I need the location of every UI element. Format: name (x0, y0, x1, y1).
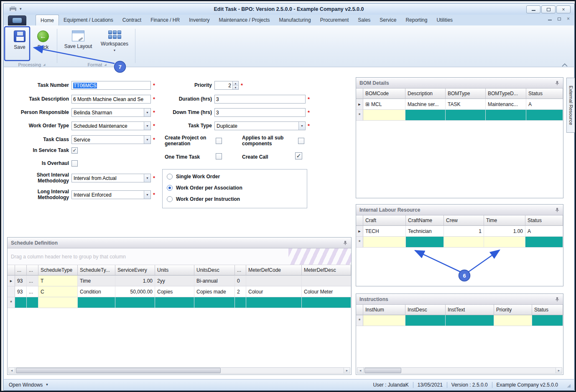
new-row-cell[interactable] (446, 110, 486, 121)
person-responsible-dropdown[interactable]: Belinda Sharman▼ (71, 108, 151, 117)
grid-cell[interactable]: 50,000.00 (115, 286, 155, 297)
new-row-cell[interactable] (15, 297, 27, 308)
grid-cell[interactable]: A (526, 99, 563, 110)
new-row-cell[interactable] (486, 110, 526, 121)
ellipsis-button[interactable]: ... (27, 276, 38, 286)
pin-icon[interactable] (555, 297, 560, 302)
grid-cell[interactable]: Copies made (194, 286, 235, 297)
down-time-input[interactable]: 3 (214, 108, 306, 117)
scroll-right-icon[interactable]: ► (556, 368, 562, 373)
mdi-restore-icon[interactable] (558, 18, 561, 20)
chevron-down-icon[interactable]: ▼ (144, 174, 150, 182)
new-row-cell[interactable] (78, 297, 115, 308)
pin-icon[interactable] (555, 207, 560, 212)
grid-cell[interactable]: 2 (235, 286, 246, 297)
column-header[interactable]: Description (405, 89, 446, 99)
grid-cell[interactable]: ⊞MCL (363, 99, 405, 110)
in-service-task-checkbox[interactable]: ✓ (71, 147, 78, 154)
duration-input[interactable]: 3 (214, 95, 306, 104)
collapse-ribbon-icon[interactable] (561, 63, 568, 67)
work-order-type-dropdown[interactable]: Scheduled Maintenance▼ (71, 121, 151, 130)
column-header[interactable]: MeterDefCode (246, 265, 302, 276)
workspaces-button[interactable]: Workspaces ▼ (97, 28, 132, 52)
ribbon-tab-manufacturing[interactable]: Manufacturing (275, 15, 316, 25)
new-row-cell[interactable] (155, 297, 194, 308)
grid-cell[interactable]: Colour Meter (302, 286, 351, 297)
create-project-checkbox[interactable] (216, 138, 222, 144)
new-row-cell[interactable] (405, 110, 446, 121)
grid-cell[interactable]: Maintenanc... (486, 99, 526, 110)
group-by-area[interactable]: Drag a column header here to group by th… (8, 248, 351, 265)
ribbon-tab-contract[interactable]: Contract (118, 15, 146, 25)
column-header[interactable]: ... (27, 265, 38, 276)
dialog-launcher-icon[interactable]: ◢ (104, 63, 106, 66)
task-description-input[interactable]: 6 Month Machine Clean and Se (71, 95, 151, 104)
radio-work-order-per-instruction[interactable]: Work Order per Instruction (167, 196, 240, 202)
new-row-cell[interactable] (525, 237, 563, 248)
ribbon-tab-maintenance-projects[interactable]: Maintenance / Projects (214, 15, 275, 25)
mdi-close-icon[interactable]: × (567, 16, 570, 21)
scroll-left-icon[interactable]: ◄ (9, 368, 15, 373)
grid-cell[interactable]: Machine ser... (405, 99, 446, 110)
mdi-minimize-icon[interactable] (548, 18, 552, 20)
column-header[interactable]: UnitsDesc (194, 265, 235, 276)
column-header[interactable]: ... (235, 265, 246, 276)
grid-cell[interactable]: Time (78, 276, 115, 286)
new-row[interactable]: * (8, 297, 351, 308)
new-row-cell[interactable] (444, 237, 484, 248)
task-class-dropdown[interactable]: Service▼ (71, 135, 151, 144)
grid-cell[interactable]: Technician (406, 226, 444, 237)
new-row-cell[interactable] (27, 297, 38, 308)
pin-icon[interactable] (343, 240, 348, 245)
column-header[interactable]: BOMType (446, 89, 486, 99)
new-row-cell[interactable] (235, 297, 246, 308)
new-row[interactable]: * (356, 237, 563, 248)
table-row[interactable]: 93 ... C Condition 50,000.00 Copies Copi… (8, 286, 351, 297)
new-row-cell[interactable] (406, 237, 444, 248)
new-row-cell[interactable] (526, 110, 563, 121)
expand-icon[interactable]: ⊞ (365, 101, 370, 107)
applies-sub-checkbox[interactable] (298, 138, 304, 144)
chevron-down-icon[interactable]: ▼ (298, 122, 305, 130)
ribbon-tab-equipment-locations[interactable]: Equipment / Locations (59, 15, 118, 25)
horizontal-scrollbar[interactable]: ◄ ► (357, 367, 562, 374)
dialog-launcher-icon[interactable]: ◢ (43, 63, 45, 66)
grid-cell[interactable]: 0 (235, 276, 246, 286)
scroll-right-icon[interactable]: ► (344, 368, 350, 373)
radio-single-work-order[interactable]: Single Work Order (167, 174, 220, 180)
grid-cell[interactable]: A (525, 226, 563, 237)
grid-cell[interactable]: 93 (15, 286, 27, 297)
is-overhaul-checkbox[interactable] (71, 160, 78, 167)
table-row[interactable]: ► 93 ... T Time 1.00 2yy Bi-annual 0 (8, 276, 351, 286)
ribbon-tab-procurement[interactable]: Procurement (316, 15, 354, 25)
column-header[interactable]: CraftName (406, 215, 444, 226)
short-interval-dropdown[interactable]: Interval from Actual▼ (71, 174, 151, 182)
grid-cell[interactable]: Condition (78, 286, 115, 297)
column-header[interactable]: ScheduleTy... (78, 265, 115, 276)
column-header[interactable]: ... (15, 265, 27, 276)
new-row-cell[interactable] (532, 315, 563, 326)
grid-cell[interactable]: Copies (155, 286, 194, 297)
column-header[interactable]: Units (155, 265, 194, 276)
column-header[interactable]: Status (532, 305, 563, 315)
create-call-checkbox[interactable]: ✓ (295, 152, 302, 159)
ribbon-tab-reporting[interactable]: Reporting (401, 15, 432, 25)
column-header[interactable]: ScheduleType (38, 265, 78, 276)
priority-spinner[interactable]: 2 ▲▼ (214, 81, 239, 90)
table-row[interactable]: ► ⊞MCL Machine ser... TASK Maintenanc...… (356, 99, 563, 110)
new-row-cell[interactable] (405, 315, 446, 326)
external-resource-tab[interactable]: External Resource (566, 78, 575, 133)
grid-cell[interactable]: Bi-annual (194, 276, 235, 286)
grid-cell[interactable]: 1 (444, 226, 484, 237)
column-header[interactable]: InstText (446, 305, 494, 315)
grid-cell[interactable]: 1.00 (484, 226, 525, 237)
save-layout-button[interactable]: Save Layout (61, 28, 95, 49)
new-row-cell[interactable] (494, 315, 532, 326)
application-menu-button[interactable] (8, 15, 26, 25)
spin-up-icon[interactable]: ▲ (233, 81, 238, 86)
new-row[interactable]: * (356, 110, 563, 121)
new-row-cell[interactable] (115, 297, 155, 308)
one-time-task-checkbox[interactable] (216, 153, 222, 159)
quick-access-dropdown-icon[interactable]: ▾ (20, 7, 22, 11)
chevron-down-icon[interactable]: ▼ (144, 136, 150, 144)
